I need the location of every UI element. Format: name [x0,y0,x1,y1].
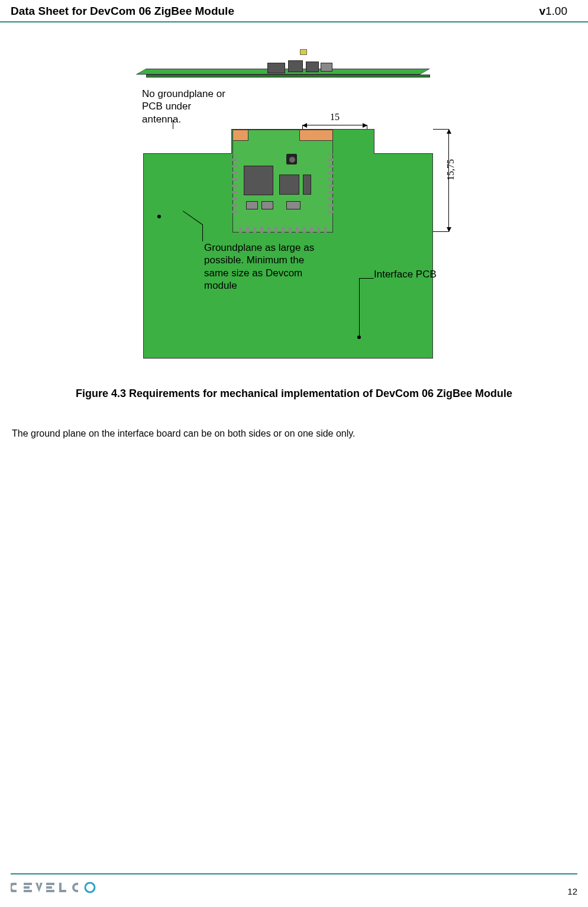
dimension-line [302,125,367,125]
svg-point-8 [85,883,95,892]
leader-line [359,278,374,279]
svg-rect-4 [46,886,52,889]
figure-diagram: No groundplane or PCB under antenna. 15 … [111,43,477,369]
develco-logo [11,880,117,895]
leader-line [359,278,360,337]
chip-icon [321,63,332,72]
pcb-notch [143,129,232,154]
leader-dot-icon [357,335,361,339]
chip-icon [267,63,285,73]
top-board-edge [146,75,430,78]
chip-icon [261,201,273,209]
svg-rect-5 [46,890,54,892]
pcb-notch [374,129,433,154]
dimension-width-value: 15 [302,112,367,122]
svg-rect-7 [59,890,66,892]
top-antenna-icon [300,49,307,55]
dimension-line [448,129,449,232]
figure-caption: Figure 4.3 Requirements for mechanical i… [24,386,564,401]
page-footer: 12 [11,873,577,896]
pins-icon [239,227,327,233]
chip-icon [279,175,299,195]
chip-icon [286,154,297,164]
doc-version: v1.00 [539,5,567,18]
chip-icon [288,60,303,72]
dimension-ext [432,129,448,130]
develco-logo-icon [11,880,117,895]
pins-icon [328,154,333,213]
antenna-strip [233,130,332,141]
dimension-ext [432,231,448,232]
dimension-height: 15,75 [432,129,461,232]
devcom-module-shape [232,130,333,233]
annotation-groundplane: Groundplane as large as possible. Minimu… [204,241,316,292]
top-chip-cluster [264,57,347,73]
dimension-height-value: 15,75 [445,159,456,180]
svg-rect-1 [24,886,30,889]
annotation-interface-pcb: Interface PCB [374,268,451,280]
leader-line [202,224,203,241]
pins-icon [232,154,237,213]
svg-rect-2 [24,890,32,892]
annotation-no-groundplane: No groundplane or PCB under antenna. [142,88,231,125]
svg-rect-0 [24,883,32,885]
chip-icon [246,201,258,209]
page-header: Data Sheet for DevCom 06 ZigBee Module v… [0,0,588,22]
chip-icon [286,201,301,209]
svg-rect-3 [46,883,54,885]
page-content: No groundplane or PCB under antenna. 15 … [0,22,588,459]
page-number: 12 [567,878,577,896]
antenna-slot [248,130,300,141]
chip-icon [244,166,273,195]
chip-icon [306,62,319,72]
doc-title: Data Sheet for DevCom 06 ZigBee Module [11,5,234,18]
body-paragraph: The ground plane on the interface board … [12,427,576,440]
chip-icon [303,175,311,195]
top-view-module [146,52,430,82]
dimension-width: 15 [302,113,367,130]
leader-dot-icon [157,215,161,218]
